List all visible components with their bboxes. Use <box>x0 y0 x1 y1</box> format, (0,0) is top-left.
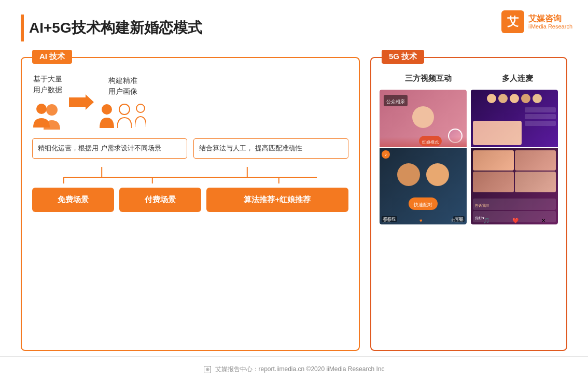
top-face-row <box>471 94 558 103</box>
logo-text: 艾媒咨询 iiMedia Research <box>528 13 572 30</box>
left-video-col: 公众相亲 红娘模式 程程程 阿嘟 <box>380 90 467 224</box>
footer-globe-icon: ⊕ <box>204 366 211 373</box>
right-video-col: 告诉我!!! 你好♥ 🎵 ❤️ ✕ <box>471 90 558 224</box>
video-cell-bottom: 程程程 阿嘟 快速配对 女友 ♥ 帅上榜 ♪ <box>380 148 467 224</box>
profile-icons <box>100 103 146 129</box>
users-icon <box>32 102 63 130</box>
ai-step1: 基于大量用户数据 <box>32 74 63 130</box>
top-bar: 公众相亲 <box>384 95 408 106</box>
step1-label: 基于大量用户数据 <box>33 74 62 95</box>
ai-top-row: 基于大量用户数据 <box>32 74 348 138</box>
right-top-cell <box>471 90 558 147</box>
footer: ⊕ 艾媒报告中心：report.iimedia.cn ©2020 iiMedia… <box>0 356 588 382</box>
face-grid <box>473 150 556 192</box>
svg-point-4 <box>119 104 130 115</box>
svg-point-0 <box>36 104 47 114</box>
ai-step2: 构建精准用户画像 <box>100 75 146 129</box>
bottom-stats: 女友 ♥ 帅上榜 <box>380 217 467 224</box>
connector-svg <box>32 167 348 183</box>
right-bottom-cell: 告诉我!!! 你好♥ 🎵 ❤️ ✕ <box>471 148 558 224</box>
face-left <box>397 163 420 186</box>
footer-text: 艾媒报告中心：report.iimedia.cn ©2020 iiMedia R… <box>215 365 385 374</box>
svg-point-3 <box>102 104 112 115</box>
action-btn: 快速配对 <box>409 197 438 210</box>
label-multi-mic: 多人连麦 <box>502 74 533 83</box>
fiveg-section-tag: 5G 技术 <box>382 50 424 64</box>
header-accent-bar <box>21 15 24 41</box>
page-title: AI+5G技术构建新婚恋模式 <box>29 15 202 41</box>
svg-point-1 <box>46 104 58 116</box>
right-arrow-icon <box>69 93 94 111</box>
profile-icon-2 <box>117 103 132 129</box>
orange-indicator: ♪ <box>382 150 390 159</box>
main-face-area <box>473 121 522 145</box>
ai-section-tag: AI 技术 <box>32 50 72 64</box>
side-list <box>525 107 556 126</box>
emoji-row: 🎵 ❤️ ✕ <box>471 217 558 224</box>
mid-box-2: 结合算法与人工， 提高匹配准确性 <box>193 138 348 159</box>
step2-label: 构建精准用户画像 <box>108 75 137 97</box>
label-badge: 红娘模式 <box>419 136 442 146</box>
mid-boxes: 精细化运营，根据用 户需求设计不同场景 结合算法与人工， 提高匹配准确性 <box>32 138 348 159</box>
profile-icon-3 <box>135 103 146 129</box>
face-right <box>426 163 449 186</box>
btn-free-scenario: 免费场景 <box>32 188 114 212</box>
ai-section: AI 技术 基于大量用户数据 <box>21 57 360 351</box>
people-icon-group <box>32 102 63 130</box>
fiveg-section: 5G 技术 三方视频互动 多人连麦 公众相亲 红娘模式 <box>370 57 567 351</box>
logo-cn: 艾媒咨询 <box>528 13 572 23</box>
profile-icon-1 <box>100 103 114 129</box>
connector-lines <box>32 167 348 183</box>
svg-point-5 <box>136 104 145 112</box>
logo-icon: 艾 <box>501 10 524 33</box>
video-screenshots: 公众相亲 红娘模式 程程程 阿嘟 <box>380 90 558 224</box>
arrow-icon <box>68 93 94 111</box>
mid-box-1: 精细化运营，根据用 户需求设计不同场景 <box>32 138 187 159</box>
video-cell-top: 公众相亲 红娘模式 <box>380 90 467 147</box>
fiveg-labels: 三方视频互动 多人连麦 <box>380 74 558 83</box>
scenario-buttons: 免费场景 付费场景 算法推荐+红娘推荐 <box>32 188 348 212</box>
btn-paid-scenario: 付费场景 <box>119 188 201 212</box>
svg-marker-2 <box>69 94 94 110</box>
main-content: AI 技术 基于大量用户数据 <box>21 57 567 351</box>
btn-algo-matchmaker: 算法推荐+红娘推荐 <box>206 188 348 212</box>
label-three-way-video: 三方视频互动 <box>405 74 452 83</box>
logo-area: 艾 艾媒咨询 iiMedia Research <box>501 10 572 33</box>
face-mock <box>412 106 434 128</box>
logo-en: iiMedia Research <box>528 23 572 30</box>
